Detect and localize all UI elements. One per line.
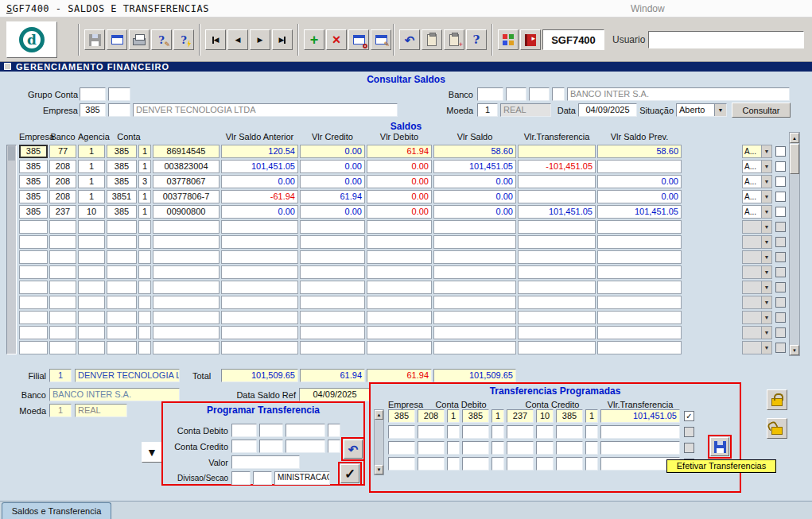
row-combo[interactable]: ▼ bbox=[742, 281, 772, 294]
undo-button[interactable]: ↶ bbox=[399, 29, 420, 50]
cell[interactable] bbox=[78, 281, 105, 294]
cell[interactable] bbox=[49, 311, 76, 324]
cell-saldo-anterior[interactable]: 101,451.05 bbox=[221, 160, 298, 173]
table-row[interactable]: 385 237 10 385 1 00900800 0.00 0.00 0.00… bbox=[0, 205, 812, 219]
scroll-down-icon[interactable]: ▼ bbox=[375, 465, 383, 474]
cell[interactable] bbox=[367, 281, 432, 294]
previous-record-button[interactable]: ◀ bbox=[227, 29, 248, 50]
table-empty-row[interactable]: ▼ bbox=[0, 341, 812, 354]
cell[interactable] bbox=[300, 341, 365, 354]
conta-credito-input-4[interactable] bbox=[328, 440, 340, 453]
cell[interactable] bbox=[300, 311, 365, 324]
cell[interactable] bbox=[518, 311, 596, 324]
cell[interactable] bbox=[518, 326, 596, 339]
cell[interactable] bbox=[507, 457, 534, 471]
chevron-down-icon[interactable]: ▼ bbox=[761, 145, 771, 157]
table-row[interactable]: 385 208 1 3851 1 00377806-7 -61.94 61.94… bbox=[0, 190, 812, 203]
cell-conta-credito[interactable]: 1 bbox=[585, 409, 598, 423]
cell-conta[interactable]: 385 bbox=[107, 205, 137, 219]
cell[interactable] bbox=[462, 441, 489, 455]
banco-input-4[interactable] bbox=[552, 87, 565, 101]
cell[interactable] bbox=[367, 265, 432, 279]
cell-conta-digito[interactable]: 1 bbox=[138, 160, 151, 173]
cell[interactable] bbox=[300, 265, 365, 279]
cell-empresa[interactable]: 385 bbox=[19, 190, 48, 203]
cell[interactable] bbox=[491, 457, 504, 471]
table-empty-row[interactable]: ▼ bbox=[0, 235, 812, 249]
cell[interactable] bbox=[585, 457, 598, 471]
cell[interactable] bbox=[19, 281, 48, 294]
chevron-down-icon[interactable]: ▼ bbox=[714, 104, 726, 116]
cell[interactable] bbox=[300, 326, 365, 339]
cell[interactable] bbox=[19, 326, 48, 339]
cell-empresa[interactable]: 385 bbox=[19, 145, 48, 158]
cell-saldo-prev[interactable]: 0.00 bbox=[597, 190, 682, 203]
row-checkbox[interactable] bbox=[775, 327, 786, 338]
grupo-conta-input-2[interactable] bbox=[108, 87, 130, 101]
cell[interactable] bbox=[19, 296, 48, 309]
cell[interactable] bbox=[433, 235, 516, 249]
row-checkbox[interactable] bbox=[775, 297, 786, 308]
cell-conta-credito[interactable]: 10 bbox=[536, 409, 554, 423]
scroll-up-icon[interactable]: ▲ bbox=[375, 410, 383, 420]
divisao-input[interactable] bbox=[231, 471, 251, 485]
cell-agencia[interactable]: 1 bbox=[78, 175, 105, 188]
cell[interactable] bbox=[556, 441, 583, 455]
cell-conta-digito[interactable]: 1 bbox=[138, 205, 151, 219]
cell[interactable] bbox=[300, 250, 365, 264]
cell-banco[interactable]: 237 bbox=[49, 205, 76, 219]
chevron-down-icon[interactable]: ▼ bbox=[761, 327, 771, 339]
conta-debito-input-2[interactable] bbox=[259, 424, 283, 437]
banco-input-2[interactable] bbox=[506, 87, 526, 101]
cell[interactable] bbox=[78, 326, 105, 339]
cell[interactable] bbox=[367, 235, 432, 249]
cell[interactable] bbox=[153, 265, 220, 279]
cell[interactable] bbox=[491, 441, 504, 455]
grupo-conta-input[interactable] bbox=[80, 87, 106, 101]
cell[interactable] bbox=[600, 441, 680, 455]
cell-conta-numero[interactable]: 003823004 bbox=[153, 160, 220, 173]
cell-banco[interactable]: 208 bbox=[49, 190, 76, 203]
cell[interactable] bbox=[367, 326, 432, 339]
chevron-down-icon[interactable]: ▼ bbox=[761, 206, 771, 218]
cell[interactable] bbox=[153, 296, 220, 309]
cell[interactable] bbox=[221, 265, 298, 279]
cell[interactable] bbox=[418, 425, 445, 439]
cell-conta-digito[interactable]: 1 bbox=[138, 190, 151, 203]
copy-button[interactable]: + bbox=[444, 29, 464, 50]
cell-transferencia[interactable]: 101,451.05 bbox=[518, 205, 596, 219]
row-combo[interactable]: ▼ bbox=[742, 296, 772, 309]
cell[interactable] bbox=[107, 235, 137, 249]
cell-credito[interactable]: 61.94 bbox=[300, 190, 365, 203]
row-combo[interactable]: A...▼ bbox=[742, 160, 772, 173]
help-run-button[interactable]: ? bbox=[173, 29, 194, 50]
cell[interactable] bbox=[78, 341, 105, 354]
cell[interactable] bbox=[153, 235, 220, 249]
cell[interactable] bbox=[107, 281, 137, 294]
print-button[interactable] bbox=[129, 29, 150, 50]
cell[interactable] bbox=[367, 311, 432, 324]
cell-saldo-anterior[interactable]: 0.00 bbox=[221, 175, 298, 188]
cell-conta-debito[interactable]: 385 bbox=[462, 409, 489, 423]
conta-debito-input-4[interactable] bbox=[328, 424, 340, 437]
cell[interactable] bbox=[153, 281, 220, 294]
cell[interactable] bbox=[107, 326, 137, 339]
banco-input-3[interactable] bbox=[529, 87, 550, 101]
cell-saldo-prev[interactable]: 58.60 bbox=[597, 145, 682, 158]
cell-saldo-anterior[interactable]: 120.54 bbox=[221, 145, 298, 158]
cell-empresa[interactable]: 385 bbox=[19, 175, 48, 188]
paste-button[interactable] bbox=[422, 29, 442, 50]
cell[interactable] bbox=[433, 281, 516, 294]
cell-banco[interactable]: 208 bbox=[49, 160, 76, 173]
delete-record-button[interactable]: × bbox=[326, 29, 347, 50]
chevron-down-icon[interactable]: ▼ bbox=[761, 296, 771, 308]
cell[interactable] bbox=[107, 220, 137, 234]
cell[interactable] bbox=[153, 220, 220, 234]
cell[interactable] bbox=[138, 296, 151, 309]
cell-agencia[interactable]: 10 bbox=[78, 205, 105, 219]
cell[interactable] bbox=[221, 235, 298, 249]
cell-debito[interactable]: 0.00 bbox=[367, 205, 432, 219]
cell[interactable] bbox=[518, 250, 596, 264]
row-checkbox[interactable] bbox=[684, 427, 694, 437]
cell[interactable] bbox=[300, 235, 365, 249]
